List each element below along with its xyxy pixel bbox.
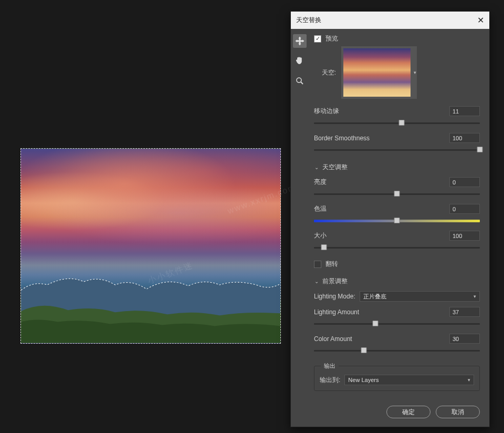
sky-label: 天空: bbox=[314, 68, 336, 77]
sky-adjust-title: 天空调整 bbox=[322, 163, 348, 172]
dialog-footer: 确定 取消 bbox=[291, 398, 489, 427]
color-amount-field[interactable]: 30 bbox=[449, 334, 480, 344]
lighting-amount-slider[interactable] bbox=[314, 319, 480, 328]
temperature-field[interactable]: 0 bbox=[449, 204, 480, 214]
svg-line-1 bbox=[301, 82, 303, 84]
sky-replace-dialog: 天空替换 ✕ 预览 天空: ▾ bbox=[290, 11, 490, 427]
cancel-button[interactable]: 取消 bbox=[436, 406, 480, 418]
brightness-field[interactable]: 0 bbox=[449, 177, 480, 187]
brightness-slider[interactable] bbox=[314, 189, 480, 199]
border-smoothness-field[interactable]: 100 bbox=[449, 133, 480, 143]
brightness-label: 亮度 bbox=[314, 178, 449, 187]
move-edge-field[interactable]: 11 bbox=[449, 106, 480, 116]
hand-tool-button[interactable] bbox=[293, 54, 307, 68]
foreground-mountains bbox=[21, 269, 280, 343]
chevron-down-icon: ⌄ bbox=[314, 164, 319, 170]
close-icon[interactable]: ✕ bbox=[477, 15, 484, 25]
output-section: 输出 输出到: New Layers ▾ bbox=[314, 366, 480, 391]
move-tool-button[interactable] bbox=[293, 34, 307, 48]
chevron-down-icon[interactable]: ▾ bbox=[413, 46, 417, 99]
output-to-value: New Layers bbox=[348, 377, 379, 383]
svg-point-0 bbox=[297, 78, 301, 83]
border-smoothness-slider[interactable] bbox=[314, 145, 480, 154]
move-edge-label: 移动边缘 bbox=[314, 107, 449, 116]
lighting-mode-select[interactable]: 正片叠底 ▾ bbox=[360, 291, 480, 302]
flip-checkbox[interactable] bbox=[314, 261, 321, 268]
preview-label: 预览 bbox=[326, 34, 338, 43]
output-legend: 输出 bbox=[321, 362, 339, 370]
color-amount-label: Color Amount bbox=[314, 335, 449, 343]
size-label: 大小 bbox=[314, 231, 449, 240]
lighting-amount-label: Lighting Amount bbox=[314, 308, 449, 316]
output-to-select[interactable]: New Layers ▾ bbox=[344, 375, 474, 385]
fg-adjust-header[interactable]: ⌄ 前景调整 bbox=[314, 277, 480, 286]
lighting-mode-value: 正片叠底 bbox=[363, 293, 386, 301]
output-to-label: 输出到: bbox=[320, 376, 340, 385]
zoom-tool-button[interactable] bbox=[293, 74, 307, 88]
tool-column bbox=[291, 29, 309, 398]
dialog-titlebar[interactable]: 天空替换 ✕ bbox=[291, 12, 489, 29]
flip-label: 翻转 bbox=[326, 260, 338, 269]
border-smoothness-label: Border Smoothness bbox=[314, 135, 449, 142]
size-field[interactable]: 100 bbox=[449, 231, 480, 241]
chevron-down-icon: ⌄ bbox=[314, 279, 319, 284]
preview-checkbox[interactable] bbox=[314, 35, 321, 43]
chevron-down-icon: ▾ bbox=[474, 294, 476, 299]
sky-adjust-header[interactable]: ⌄ 天空调整 bbox=[314, 163, 480, 172]
sky-preset-selector[interactable]: ▾ bbox=[341, 46, 413, 99]
sky-clouds bbox=[21, 149, 280, 265]
zoom-icon bbox=[296, 77, 304, 85]
lighting-amount-field[interactable]: 37 bbox=[449, 307, 480, 317]
fg-adjust-title: 前景调整 bbox=[322, 277, 348, 286]
sky-thumbnail bbox=[343, 48, 411, 97]
move-icon bbox=[296, 37, 304, 45]
temperature-slider[interactable] bbox=[314, 216, 480, 225]
size-slider[interactable] bbox=[314, 243, 480, 252]
dialog-title: 天空替换 bbox=[296, 16, 321, 25]
ok-button[interactable]: 确定 bbox=[386, 406, 430, 418]
canvas-preview[interactable] bbox=[20, 148, 281, 344]
chevron-down-icon: ▾ bbox=[468, 377, 470, 383]
lighting-mode-label: Lighting Mode: bbox=[314, 293, 355, 300]
dialog-content: 预览 天空: ▾ 移动边缘 11 Border Smoothness bbox=[309, 29, 489, 398]
hand-icon bbox=[296, 57, 304, 65]
move-edge-slider[interactable] bbox=[314, 118, 480, 128]
temperature-label: 色温 bbox=[314, 204, 449, 213]
color-amount-slider[interactable] bbox=[314, 346, 480, 355]
